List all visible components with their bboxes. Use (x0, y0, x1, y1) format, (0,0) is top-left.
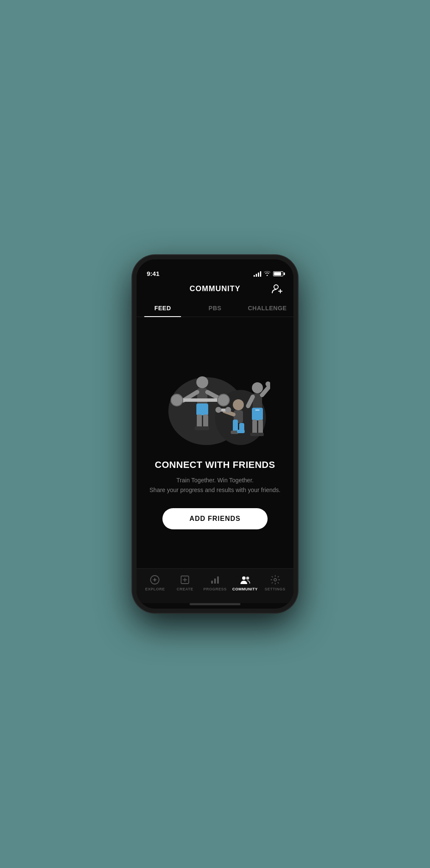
nav-label-create: CREATE (177, 587, 193, 591)
tab-feed[interactable]: FEED (137, 300, 189, 317)
explore-icon (149, 574, 160, 585)
page-title: COMMUNITY (190, 284, 240, 293)
svg-rect-24 (237, 430, 245, 433)
nav-item-settings[interactable]: SETTINGS (260, 574, 290, 591)
svg-point-0 (274, 285, 278, 289)
nav-label-settings: SETTINGS (265, 587, 285, 591)
wifi-icon (264, 270, 271, 277)
svg-rect-35 (258, 420, 263, 434)
svg-rect-36 (250, 433, 257, 436)
svg-point-48 (274, 579, 276, 581)
nav-label-progress: PROGRESS (203, 587, 226, 591)
settings-icon (270, 574, 281, 585)
bottom-nav: EXPLORE CREATE (137, 568, 293, 603)
app-content: 9:41 (137, 259, 293, 609)
phone-frame: 9:41 (132, 255, 298, 613)
svg-rect-34 (252, 420, 257, 434)
connect-subtitle: Train Together. Win Together. Share your… (150, 476, 281, 495)
svg-point-15 (233, 399, 244, 410)
community-icon (240, 574, 251, 585)
svg-rect-14 (201, 426, 209, 430)
fitness-illustration (160, 356, 270, 449)
nav-item-explore[interactable]: EXPLORE (140, 574, 170, 591)
nav-item-progress[interactable]: PROGRESS (200, 574, 230, 591)
svg-point-21 (215, 407, 221, 413)
battery-icon (273, 271, 283, 276)
svg-point-25 (252, 382, 263, 393)
svg-point-9 (171, 394, 183, 406)
svg-rect-43 (211, 581, 213, 584)
svg-line-29 (262, 387, 269, 395)
svg-rect-44 (214, 579, 216, 584)
add-friend-button[interactable] (271, 283, 283, 295)
add-friends-button[interactable]: ADD FRIENDS (162, 508, 268, 529)
nav-label-explore: EXPLORE (145, 587, 165, 591)
status-icons (254, 270, 283, 277)
nav-item-create[interactable]: CREATE (170, 574, 200, 591)
svg-rect-11 (197, 415, 202, 428)
svg-rect-17 (233, 420, 238, 432)
svg-point-47 (246, 576, 249, 579)
nav-item-community[interactable]: COMMUNITY (230, 574, 260, 591)
tab-challenge[interactable]: CHALLENGE (241, 300, 293, 317)
notch (187, 259, 243, 274)
svg-point-31 (265, 381, 270, 387)
connect-title: CONNECT WITH FRIENDS (155, 459, 275, 470)
svg-rect-5 (196, 403, 208, 415)
tab-pbs[interactable]: PBS (189, 300, 241, 317)
progress-icon (209, 574, 221, 585)
nav-label-community: COMMUNITY (232, 587, 258, 591)
home-indicator (190, 603, 240, 605)
svg-rect-45 (217, 576, 219, 584)
svg-point-3 (196, 376, 208, 388)
svg-point-22 (225, 407, 231, 413)
tabs: FEED PBS CHALLENGE (137, 300, 293, 317)
create-icon (179, 574, 190, 585)
svg-rect-12 (203, 415, 208, 428)
main-content: CONNECT WITH FRIENDS Train Together. Win… (137, 317, 293, 568)
svg-rect-13 (195, 426, 202, 430)
svg-point-46 (242, 576, 246, 580)
svg-marker-39 (152, 578, 157, 582)
svg-rect-28 (255, 409, 260, 411)
svg-rect-37 (257, 433, 264, 436)
svg-point-10 (218, 394, 229, 406)
signal-bars-icon (254, 271, 261, 277)
